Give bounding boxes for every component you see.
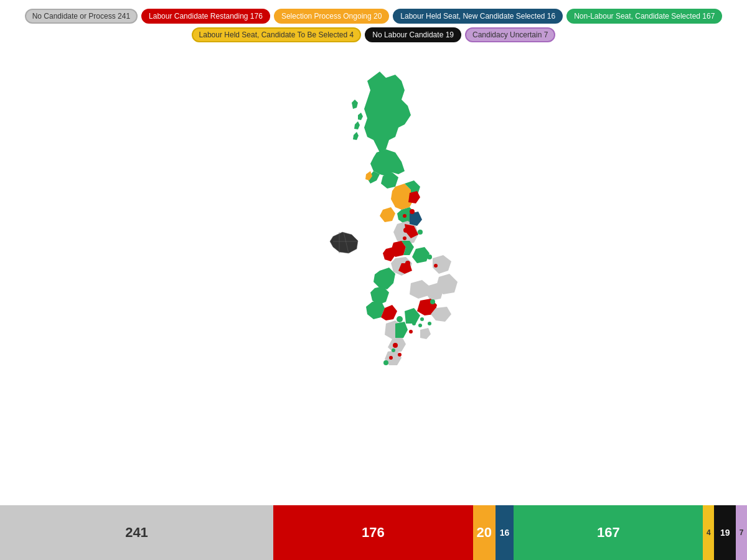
sw-red1 [393, 343, 398, 348]
bar-segment-held-tbs-bar: 4 [703, 505, 714, 560]
london-center [423, 303, 431, 310]
teesside-red [410, 209, 415, 214]
scatter-green2 [430, 299, 435, 304]
sw-red3 [389, 356, 393, 360]
legend-item-non-labour-selected[interactable]: Non-Labour Seat, Candidate Selected 167 [566, 9, 722, 24]
bar-segment-no-candidate-bar: 241 [0, 505, 273, 560]
birm-red1 [400, 264, 406, 271]
scatter-green1 [427, 254, 432, 259]
orkney [352, 100, 358, 109]
bar-segment-restanding-bar: 176 [273, 505, 473, 560]
legend: No Candidate or Process 241Labour Candid… [0, 6, 747, 45]
birm-red2 [405, 261, 410, 266]
outer-hebrides-n [358, 113, 363, 120]
legend-item-selection-ongoing[interactable]: Selection Process Ongoing 20 [274, 9, 389, 24]
exeter-green [392, 348, 395, 352]
leeds-red [403, 228, 408, 233]
brighton-green [428, 322, 431, 325]
bar-segment-non-labour-bar: 167 [514, 505, 703, 560]
ne-red2 [403, 214, 406, 218]
bar-chart: 24117620161674197 [0, 505, 747, 560]
pennines-green [412, 247, 430, 263]
nw-orange [380, 207, 395, 222]
plymouth-green [383, 360, 388, 365]
bristol-green [397, 316, 403, 322]
scatter-red1 [434, 264, 438, 268]
sheffield-red [403, 236, 406, 240]
northern-ireland [330, 232, 358, 253]
bar-segment-uncertain-bar: 7 [736, 505, 747, 560]
map-container [0, 56, 747, 504]
isle-wight [420, 328, 431, 339]
uk-map [243, 65, 504, 495]
legend-item-held-tbs[interactable]: Labour Held Seat, Candidate To Be Select… [192, 27, 362, 42]
legend-item-no-candidate[interactable]: No Candidate or Process 241 [25, 9, 138, 24]
hull-green [418, 230, 423, 235]
liverpool-red [383, 247, 395, 261]
legend-item-held-new[interactable]: Labour Held Seat, New Candidate Selected… [393, 9, 563, 24]
outer-hebrides-m [354, 121, 360, 129]
southampton-green [418, 324, 422, 327]
scatter-green3 [420, 317, 424, 321]
legend-item-no-labour[interactable]: No Labour Candidate 19 [365, 27, 461, 42]
wales-north [374, 268, 395, 289]
bar-segment-no-labour-bar2: 19 [714, 505, 736, 560]
south-green2 [395, 322, 408, 338]
scatter-red2 [409, 330, 413, 334]
outer-hebrides-s [353, 132, 359, 140]
bar-segment-ongoing-bar: 20 [473, 505, 496, 560]
scotland-north [364, 72, 411, 152]
bar-segment-held-new-bar: 16 [496, 505, 514, 560]
legend-item-uncertain[interactable]: Candidacy Uncertain 7 [465, 27, 555, 42]
scatter-green4 [412, 322, 416, 325]
ne-red1 [408, 191, 420, 203]
scotland-central [370, 149, 405, 176]
sw-red2 [398, 353, 402, 357]
legend-item-restanding[interactable]: Labour Candidate Restanding 176 [141, 9, 270, 24]
